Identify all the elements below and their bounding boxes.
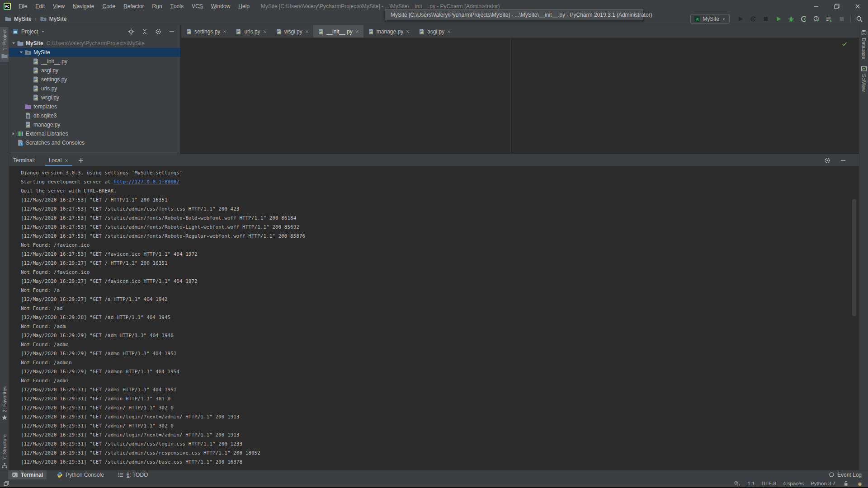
terminal-line: Django version 3.0.3, using settings 'My… bbox=[21, 169, 859, 178]
breadcrumb-item[interactable]: MySite bbox=[14, 16, 32, 22]
inspections-ok-icon[interactable] bbox=[841, 40, 848, 47]
indent-style[interactable]: 4 spaces bbox=[783, 481, 804, 486]
tool-window-button-project[interactable]: 1: Project bbox=[0, 27, 9, 62]
close-tab-icon[interactable] bbox=[64, 158, 69, 163]
tree-expanded-icon[interactable] bbox=[18, 50, 24, 55]
background-tasks-icon[interactable] bbox=[733, 480, 741, 487]
minimize-button[interactable] bbox=[806, 0, 826, 13]
tree-item-scratches-and-consoles[interactable]: Scratches and Consoles bbox=[9, 138, 180, 147]
tool-window-button-2-favorites[interactable]: 2: Favorites bbox=[0, 384, 9, 423]
editor-tab-wsgi-py[interactable]: wsgi.py bbox=[271, 25, 313, 38]
gear-icon bbox=[824, 157, 831, 164]
close-tab-icon[interactable] bbox=[263, 29, 267, 34]
caret-position[interactable]: 1:1 bbox=[747, 481, 755, 486]
editor-tab-manage-py[interactable]: manage.py bbox=[363, 25, 414, 38]
editor-tab-settings-py[interactable]: settings.py bbox=[181, 25, 231, 38]
locate-button[interactable] bbox=[126, 27, 136, 37]
write-access-unlocked-icon[interactable] bbox=[842, 480, 849, 487]
editor-tab--init-py[interactable]: __init__.py bbox=[313, 25, 363, 38]
tree-item-db-sqlite3[interactable]: db.sqlite3 bbox=[9, 111, 180, 120]
tree-item-label: asgi.py bbox=[41, 67, 58, 74]
maximize-button[interactable] bbox=[826, 0, 847, 13]
new-terminal-session-button[interactable] bbox=[76, 155, 86, 165]
menu-tools[interactable]: Tools bbox=[166, 0, 188, 13]
terminal-line: [12/May/2020 16:27:53] "GET / HTTP/1.1" … bbox=[21, 196, 859, 205]
tree-item-external-libraries[interactable]: External Libraries bbox=[9, 129, 180, 138]
tree-item-asgi-py[interactable]: asgi.py bbox=[9, 66, 180, 75]
terminal-line: [12/May/2020 16:29:27] "GET / HTTP/1.1" … bbox=[21, 259, 859, 268]
run-toolbar: dj MySite bbox=[690, 13, 864, 25]
terminal-line: [12/May/2020 16:29:27] "GET /a HTTP/1.1"… bbox=[21, 295, 859, 304]
tool-window-button-6-todo[interactable]: 6: TODO bbox=[114, 470, 152, 480]
tool-window-button-python-console[interactable]: Python Console bbox=[53, 470, 108, 480]
tree-item--init-py[interactable]: __init__.py bbox=[9, 57, 180, 66]
play-dark-button[interactable] bbox=[736, 14, 745, 24]
event-log-icon bbox=[828, 471, 835, 479]
tool-window-button-sciview[interactable]: SciView bbox=[859, 63, 868, 94]
close-tab-icon[interactable] bbox=[305, 29, 309, 34]
tool-window-switcher-icon[interactable] bbox=[3, 480, 10, 487]
close-tab-icon[interactable] bbox=[447, 29, 451, 34]
coverage-button[interactable] bbox=[799, 14, 809, 24]
terminal-link[interactable]: http://127.0.0.1:8000/ bbox=[113, 179, 179, 185]
tree-item-urls-py[interactable]: urls.py bbox=[9, 84, 180, 93]
terminal-tab-local[interactable]: Local bbox=[45, 154, 73, 166]
close-button[interactable] bbox=[847, 0, 868, 13]
menu-refactor[interactable]: Refactor bbox=[119, 0, 148, 13]
left-tool-window-stripe: 1: Project 2: Favorites7: Structure bbox=[0, 25, 9, 470]
tool-window-button-7-structure[interactable]: 7: Structure bbox=[0, 432, 9, 471]
editor-tab-urls-py[interactable]: urls.py bbox=[231, 25, 271, 38]
menu-view[interactable]: View bbox=[49, 0, 69, 13]
close-tab-icon[interactable] bbox=[222, 29, 227, 34]
close-tab-icon[interactable] bbox=[355, 29, 359, 34]
collapse-all-button[interactable] bbox=[140, 27, 150, 37]
run-configuration-select[interactable]: dj MySite bbox=[690, 14, 730, 24]
tree-collapsed-icon[interactable] bbox=[10, 131, 17, 136]
tool-window-button-terminal[interactable]: Terminal bbox=[8, 470, 47, 480]
tree-expanded-icon[interactable] bbox=[10, 41, 17, 46]
tree-item-manage-py[interactable]: manage.py bbox=[9, 120, 180, 129]
database-icon bbox=[861, 29, 867, 36]
search-button[interactable] bbox=[854, 14, 864, 24]
highlighting-level-icon[interactable] bbox=[856, 480, 863, 487]
play-green-button[interactable] bbox=[774, 14, 783, 24]
tree-item-settings-py[interactable]: settings.py bbox=[9, 75, 180, 84]
file-encoding[interactable]: UTF-8 bbox=[761, 481, 776, 486]
python-interpreter[interactable]: Python 3.7 bbox=[811, 481, 835, 486]
menu-run[interactable]: Run bbox=[148, 0, 166, 13]
editor-content[interactable] bbox=[181, 38, 859, 154]
editor-tab-asgi-py[interactable]: asgi.py bbox=[414, 25, 455, 38]
menu-edit[interactable]: Edit bbox=[31, 0, 49, 13]
breadcrumb-separator: › bbox=[35, 16, 37, 22]
menu-help[interactable]: Help bbox=[234, 0, 254, 13]
terminal-scrollbar[interactable] bbox=[852, 199, 856, 316]
profile-button[interactable] bbox=[811, 14, 821, 24]
event-log-button[interactable]: Event Log bbox=[828, 471, 862, 479]
debug-button[interactable] bbox=[786, 14, 796, 24]
menu-code[interactable]: Code bbox=[98, 0, 119, 13]
tree-item-label: wsgi.py bbox=[41, 94, 59, 101]
hide-button[interactable] bbox=[167, 27, 177, 37]
menu-vcs[interactable]: VCS bbox=[188, 0, 207, 13]
terminal-line: Not Found: /ad bbox=[21, 304, 859, 313]
rerun-button[interactable] bbox=[748, 14, 758, 24]
tree-item-mysite[interactable]: MySite bbox=[9, 48, 180, 57]
hide-terminal-button[interactable] bbox=[838, 155, 848, 165]
stop-gray-button[interactable] bbox=[837, 14, 847, 24]
close-tab-icon[interactable] bbox=[406, 29, 410, 34]
breadcrumb-item[interactable]: MySite bbox=[49, 16, 67, 22]
tool-window-button-database[interactable]: Database bbox=[859, 27, 868, 61]
tree-item-templates[interactable]: templates bbox=[9, 102, 180, 111]
tree-item-wsgi-py[interactable]: wsgi.py bbox=[9, 93, 180, 102]
menu-window[interactable]: Window bbox=[207, 0, 235, 13]
menu-navigate[interactable]: Navigate bbox=[69, 0, 98, 13]
gear-button[interactable] bbox=[153, 27, 163, 37]
menu-file[interactable]: File bbox=[14, 0, 31, 13]
editor-tab-label: asgi.py bbox=[427, 28, 444, 35]
terminal-settings-button[interactable] bbox=[822, 155, 832, 165]
django-config-icon: dj bbox=[694, 16, 700, 22]
tree-item-mysite[interactable]: MySiteC:\Users\Valery\PycharmProjects\My… bbox=[9, 39, 180, 48]
stop-dark-button[interactable] bbox=[761, 14, 771, 24]
running-list-button[interactable] bbox=[824, 14, 834, 24]
terminal-output[interactable]: Django version 3.0.3, using settings 'My… bbox=[9, 166, 859, 470]
